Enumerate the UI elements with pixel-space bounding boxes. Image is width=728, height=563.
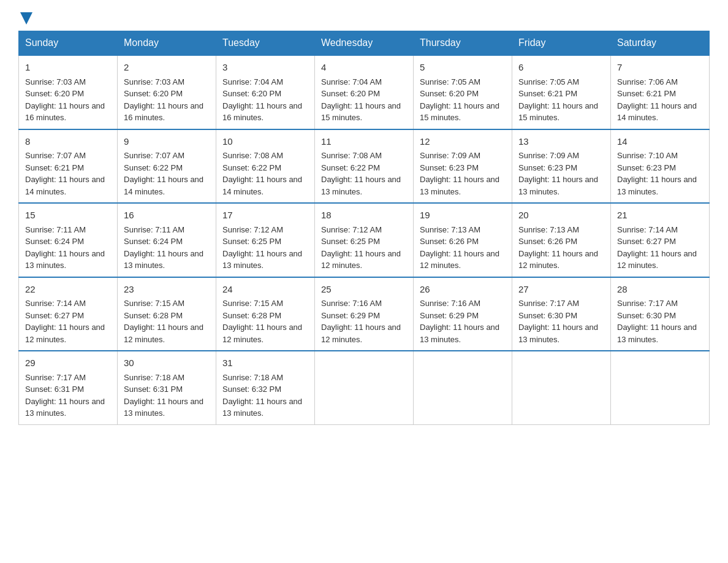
calendar-cell: 11Sunrise: 7:08 AMSunset: 6:22 PMDayligh… xyxy=(315,129,414,204)
sunset-text: Sunset: 6:21 PM xyxy=(518,89,577,98)
sunrise-text: Sunrise: 7:16 AM xyxy=(321,299,382,308)
sunset-text: Sunset: 6:27 PM xyxy=(617,237,676,246)
sunset-text: Sunset: 6:25 PM xyxy=(321,237,380,246)
day-number: 15 xyxy=(25,209,111,223)
calendar-cell: 9Sunrise: 7:07 AMSunset: 6:22 PMDaylight… xyxy=(118,129,216,204)
sunset-text: Sunset: 6:24 PM xyxy=(124,237,183,246)
daylight-text: Daylight: 11 hours and 13 minutes. xyxy=(420,175,499,196)
day-number: 27 xyxy=(518,283,604,297)
daylight-text: Daylight: 11 hours and 12 minutes. xyxy=(321,249,401,270)
sunset-text: Sunset: 6:21 PM xyxy=(617,89,676,98)
sunrise-text: Sunrise: 7:11 AM xyxy=(124,225,184,234)
calendar-cell: 22Sunrise: 7:14 AMSunset: 6:27 PMDayligh… xyxy=(19,277,118,351)
calendar-cell: 6Sunrise: 7:05 AMSunset: 6:21 PMDaylight… xyxy=(512,55,611,129)
sunrise-text: Sunrise: 7:09 AM xyxy=(518,151,579,160)
calendar-week-row: 15Sunrise: 7:11 AMSunset: 6:24 PMDayligh… xyxy=(19,203,710,277)
day-number: 3 xyxy=(222,61,308,75)
logo-arrow-icon xyxy=(20,12,32,25)
sunset-text: Sunset: 6:22 PM xyxy=(321,163,380,172)
daylight-text: Daylight: 11 hours and 13 minutes. xyxy=(222,249,302,270)
svg-marker-0 xyxy=(20,12,32,25)
calendar-cell: 15Sunrise: 7:11 AMSunset: 6:24 PMDayligh… xyxy=(19,203,118,277)
sunrise-text: Sunrise: 7:14 AM xyxy=(25,299,86,308)
sunset-text: Sunset: 6:21 PM xyxy=(25,163,84,172)
page-header xyxy=(18,12,710,25)
calendar-cell: 3Sunrise: 7:04 AMSunset: 6:20 PMDaylight… xyxy=(216,55,315,129)
day-number: 18 xyxy=(321,209,407,223)
daylight-text: Daylight: 11 hours and 13 minutes. xyxy=(617,175,697,196)
calendar-table: SundayMondayTuesdayWednesdayThursdayFrid… xyxy=(18,31,710,425)
day-number: 11 xyxy=(321,135,407,149)
daylight-text: Daylight: 11 hours and 13 minutes. xyxy=(321,175,401,196)
day-number: 7 xyxy=(617,61,703,75)
day-number: 4 xyxy=(321,61,407,75)
calendar-cell: 31Sunrise: 7:18 AMSunset: 6:32 PMDayligh… xyxy=(216,351,315,424)
sunrise-text: Sunrise: 7:03 AM xyxy=(25,77,86,86)
daylight-text: Daylight: 11 hours and 12 minutes. xyxy=(420,249,499,270)
daylight-text: Daylight: 11 hours and 12 minutes. xyxy=(222,323,302,344)
calendar-cell: 12Sunrise: 7:09 AMSunset: 6:23 PMDayligh… xyxy=(414,129,512,204)
calendar-cell: 16Sunrise: 7:11 AMSunset: 6:24 PMDayligh… xyxy=(118,203,216,277)
calendar-cell: 24Sunrise: 7:15 AMSunset: 6:28 PMDayligh… xyxy=(216,277,315,351)
calendar-cell xyxy=(512,351,611,424)
calendar-cell: 18Sunrise: 7:12 AMSunset: 6:25 PMDayligh… xyxy=(315,203,414,277)
daylight-text: Daylight: 11 hours and 13 minutes. xyxy=(420,323,499,344)
sunrise-text: Sunrise: 7:07 AM xyxy=(25,151,86,160)
sunrise-text: Sunrise: 7:12 AM xyxy=(321,225,382,234)
sunset-text: Sunset: 6:23 PM xyxy=(518,163,577,172)
daylight-text: Daylight: 11 hours and 12 minutes. xyxy=(25,323,105,344)
sunrise-text: Sunrise: 7:08 AM xyxy=(321,151,382,160)
sunrise-text: Sunrise: 7:10 AM xyxy=(617,151,678,160)
calendar-cell: 29Sunrise: 7:17 AMSunset: 6:31 PMDayligh… xyxy=(19,351,118,424)
calendar-cell: 30Sunrise: 7:18 AMSunset: 6:31 PMDayligh… xyxy=(118,351,216,424)
logo xyxy=(18,12,32,25)
column-header-thursday: Thursday xyxy=(414,31,512,56)
sunset-text: Sunset: 6:31 PM xyxy=(124,385,183,394)
column-header-tuesday: Tuesday xyxy=(216,31,315,56)
calendar-week-row: 1Sunrise: 7:03 AMSunset: 6:20 PMDaylight… xyxy=(19,55,710,129)
day-number: 26 xyxy=(420,283,506,297)
calendar-cell xyxy=(611,351,710,424)
sunrise-text: Sunrise: 7:07 AM xyxy=(124,151,184,160)
daylight-text: Daylight: 11 hours and 13 minutes. xyxy=(617,323,697,344)
calendar-cell: 5Sunrise: 7:05 AMSunset: 6:20 PMDaylight… xyxy=(414,55,512,129)
sunrise-text: Sunrise: 7:17 AM xyxy=(617,299,678,308)
daylight-text: Daylight: 11 hours and 12 minutes. xyxy=(124,323,203,344)
sunset-text: Sunset: 6:28 PM xyxy=(124,311,183,320)
calendar-cell: 19Sunrise: 7:13 AMSunset: 6:26 PMDayligh… xyxy=(414,203,512,277)
day-number: 23 xyxy=(124,283,210,297)
calendar-week-row: 8Sunrise: 7:07 AMSunset: 6:21 PMDaylight… xyxy=(19,129,710,204)
daylight-text: Daylight: 11 hours and 16 minutes. xyxy=(25,101,105,123)
sunset-text: Sunset: 6:20 PM xyxy=(25,89,84,98)
day-number: 13 xyxy=(518,135,604,149)
calendar-cell: 23Sunrise: 7:15 AMSunset: 6:28 PMDayligh… xyxy=(118,277,216,351)
sunset-text: Sunset: 6:32 PM xyxy=(222,385,281,394)
calendar-cell: 27Sunrise: 7:17 AMSunset: 6:30 PMDayligh… xyxy=(512,277,611,351)
daylight-text: Daylight: 11 hours and 15 minutes. xyxy=(420,101,499,123)
sunrise-text: Sunrise: 7:18 AM xyxy=(124,373,184,382)
day-number: 8 xyxy=(25,135,111,149)
daylight-text: Daylight: 11 hours and 14 minutes. xyxy=(124,175,203,196)
sunset-text: Sunset: 6:23 PM xyxy=(420,163,479,172)
daylight-text: Daylight: 11 hours and 13 minutes. xyxy=(25,397,105,418)
sunrise-text: Sunrise: 7:11 AM xyxy=(25,225,86,234)
sunset-text: Sunset: 6:30 PM xyxy=(518,311,577,320)
sunrise-text: Sunrise: 7:09 AM xyxy=(420,151,480,160)
day-number: 14 xyxy=(617,135,703,149)
sunrise-text: Sunrise: 7:13 AM xyxy=(420,225,480,234)
sunrise-text: Sunrise: 7:17 AM xyxy=(518,299,579,308)
sunrise-text: Sunrise: 7:05 AM xyxy=(420,77,480,86)
sunset-text: Sunset: 6:28 PM xyxy=(222,311,281,320)
day-number: 1 xyxy=(25,61,111,75)
day-number: 19 xyxy=(420,209,506,223)
sunset-text: Sunset: 6:20 PM xyxy=(321,89,380,98)
calendar-cell: 20Sunrise: 7:13 AMSunset: 6:26 PMDayligh… xyxy=(512,203,611,277)
column-header-monday: Monday xyxy=(118,31,216,56)
day-number: 20 xyxy=(518,209,604,223)
sunrise-text: Sunrise: 7:13 AM xyxy=(518,225,579,234)
sunset-text: Sunset: 6:20 PM xyxy=(420,89,479,98)
sunrise-text: Sunrise: 7:03 AM xyxy=(124,77,184,86)
daylight-text: Daylight: 11 hours and 15 minutes. xyxy=(518,101,598,123)
column-header-wednesday: Wednesday xyxy=(315,31,414,56)
day-number: 28 xyxy=(617,283,703,297)
